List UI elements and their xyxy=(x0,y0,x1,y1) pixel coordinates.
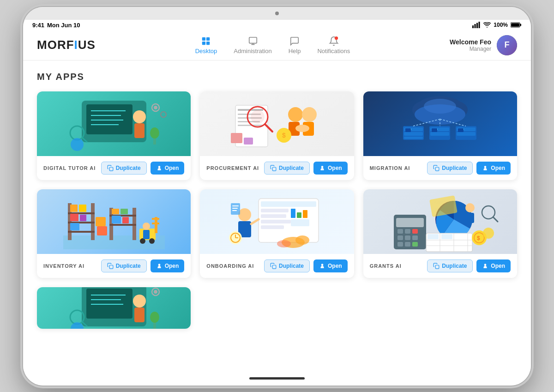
onboarding-illustration xyxy=(217,189,337,254)
duplicate-button-grants[interactable]: Duplicate xyxy=(427,259,473,272)
svg-rect-3 xyxy=(479,22,480,28)
svg-point-107 xyxy=(143,223,150,230)
open-button-procurement[interactable]: Open xyxy=(313,162,348,175)
app-name-grants: GRANTS AI xyxy=(370,263,402,269)
svg-point-106 xyxy=(149,238,155,244)
duplicate-button-onboarding[interactable]: Duplicate xyxy=(264,259,310,272)
app-actions-digital-tutor: Duplicate Open xyxy=(101,162,185,175)
open-button-grants[interactable]: Open xyxy=(476,259,511,272)
svg-rect-176 xyxy=(134,308,145,322)
svg-rect-49 xyxy=(231,133,242,143)
svg-text:$: $ xyxy=(282,132,286,139)
svg-rect-16 xyxy=(86,104,132,134)
svg-rect-110 xyxy=(97,226,107,235)
app-actions-onboarding: Duplicate Open xyxy=(264,259,348,272)
app-name-migration: MIGRATION AI xyxy=(370,165,410,171)
svg-rect-166 xyxy=(466,213,474,223)
open-button-migration[interactable]: Open xyxy=(476,162,511,175)
battery-percent: 100% xyxy=(494,22,508,28)
svg-rect-51 xyxy=(272,167,276,171)
duplicate-button-digital-tutor[interactable]: Duplicate xyxy=(101,162,147,175)
svg-rect-78 xyxy=(432,128,437,132)
open-button-onboarding[interactable]: Open xyxy=(313,259,348,272)
app-actions-migration: Duplicate Open xyxy=(427,162,511,175)
app-card-grants: $ GRANTS AI xyxy=(363,189,517,278)
app-footer-inventory: INVENTORY AI Duplicate Open xyxy=(37,254,191,278)
svg-point-14 xyxy=(335,36,338,39)
app-card-onboarding: ONBOARDING AI Duplicate Open xyxy=(200,189,354,278)
svg-rect-11 xyxy=(249,37,257,43)
svg-rect-87 xyxy=(68,231,95,233)
svg-point-123 xyxy=(238,208,251,221)
svg-rect-100 xyxy=(122,217,129,223)
svg-point-40 xyxy=(251,110,265,124)
app-image-procurement: $ xyxy=(200,91,354,156)
svg-rect-61 xyxy=(404,137,423,139)
svg-rect-145 xyxy=(405,235,410,240)
svg-line-164 xyxy=(493,217,498,222)
app-name-inventory: INVENTORY AI xyxy=(43,263,84,269)
svg-rect-1 xyxy=(475,24,476,28)
svg-rect-147 xyxy=(397,242,403,247)
svg-point-46 xyxy=(295,125,309,132)
camera xyxy=(275,12,279,15)
grants-illustration: $ xyxy=(380,189,500,254)
svg-rect-103 xyxy=(152,218,159,220)
svg-point-183 xyxy=(154,290,157,294)
status-date: Mon Jun 10 xyxy=(47,22,80,29)
duplicate-button-procurement[interactable]: Duplicate xyxy=(264,162,310,175)
svg-point-27 xyxy=(150,127,159,139)
procurement-illustration: $ xyxy=(217,91,337,156)
open-button-inventory[interactable]: Open xyxy=(151,259,185,272)
open-button-digital-tutor[interactable]: Open xyxy=(151,162,185,175)
svg-rect-6 xyxy=(511,23,519,27)
nav-item-help[interactable]: Help xyxy=(289,36,301,54)
svg-rect-119 xyxy=(291,209,295,218)
app-image-grants: $ xyxy=(363,189,517,254)
svg-rect-80 xyxy=(436,167,440,171)
signal-icon xyxy=(472,22,481,28)
nav-notifications-label: Notifications xyxy=(317,48,350,54)
svg-rect-126 xyxy=(231,203,240,215)
duplicate-button-inventory[interactable]: Duplicate xyxy=(101,259,147,272)
logo: MORFIUS xyxy=(37,38,96,52)
svg-rect-149 xyxy=(412,242,418,247)
svg-point-21 xyxy=(133,110,146,123)
app-name-digital-tutor: DIGITAL TUTOR AI xyxy=(43,165,96,171)
svg-rect-91 xyxy=(80,215,86,221)
avatar[interactable]: F xyxy=(497,35,517,55)
notifications-icon xyxy=(329,36,339,46)
svg-rect-5 xyxy=(520,24,522,26)
nav-items: Desktop Administration Help xyxy=(96,36,450,54)
svg-rect-129 xyxy=(232,210,237,211)
svg-point-81 xyxy=(484,166,487,168)
svg-point-42 xyxy=(288,107,303,122)
svg-rect-89 xyxy=(79,205,86,212)
app-image-inventory xyxy=(37,189,191,254)
svg-rect-50 xyxy=(244,138,253,145)
nav-item-administration[interactable]: Administration xyxy=(234,36,271,54)
content-area: MY APPS xyxy=(23,60,531,372)
duplicate-button-migration[interactable]: Duplicate xyxy=(427,162,473,175)
app-image-onboarding xyxy=(200,189,354,254)
svg-rect-9 xyxy=(202,41,205,44)
status-time: 9:41 xyxy=(32,22,44,29)
nav-item-desktop[interactable]: Desktop xyxy=(195,36,217,54)
tutor-illustration xyxy=(54,91,174,156)
nav-desktop-label: Desktop xyxy=(195,48,217,54)
svg-point-181 xyxy=(150,312,159,323)
app-footer-migration: MIGRATION AI Duplicate Open xyxy=(363,156,517,180)
svg-rect-2 xyxy=(476,23,478,29)
svg-rect-140 xyxy=(396,218,424,227)
nav-item-notifications[interactable]: Notifications xyxy=(317,36,350,54)
user-role: Manager xyxy=(450,46,491,52)
svg-rect-77 xyxy=(405,128,411,132)
svg-rect-142 xyxy=(405,229,410,234)
app-card-inventory: INVENTORY AI Duplicate Open xyxy=(37,189,191,278)
svg-point-162 xyxy=(483,228,494,239)
svg-rect-128 xyxy=(232,208,238,209)
section-title: MY APPS xyxy=(37,72,517,82)
svg-rect-122 xyxy=(291,219,309,226)
status-bar: 9:41 Mon Jun 10 100% xyxy=(23,20,531,30)
nav-help-label: Help xyxy=(289,48,301,54)
